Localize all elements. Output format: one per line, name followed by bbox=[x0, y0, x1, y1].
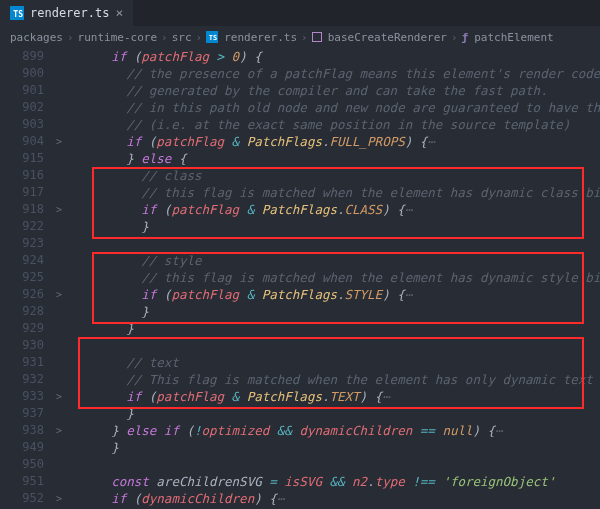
code-line[interactable]: 923 bbox=[4, 235, 600, 252]
breadcrumb-segment[interactable]: runtime-core bbox=[78, 31, 157, 44]
breadcrumb-symbol[interactable]: patchElement bbox=[474, 31, 553, 44]
code-text[interactable]: } else if (!optimized && dynamicChildren… bbox=[66, 422, 600, 439]
code-line[interactable]: 904> if (patchFlag & PatchFlags.FULL_PRO… bbox=[4, 133, 600, 150]
code-line[interactable]: 929 } bbox=[4, 320, 600, 337]
breadcrumb-segment[interactable]: src bbox=[172, 31, 192, 44]
code-line[interactable]: 918> if (patchFlag & PatchFlags.CLASS) {… bbox=[4, 201, 600, 218]
code-text[interactable]: } bbox=[66, 218, 600, 235]
fold-toggle-icon bbox=[52, 167, 66, 184]
close-icon[interactable]: × bbox=[115, 5, 123, 20]
code-line[interactable]: 937 } bbox=[4, 405, 600, 422]
line-number: 952 bbox=[4, 490, 52, 507]
fold-toggle-icon[interactable]: > bbox=[52, 201, 66, 218]
code-text[interactable]: // the presence of a patchFlag means thi… bbox=[66, 65, 600, 82]
code-line[interactable]: 949 } bbox=[4, 439, 600, 456]
code-text[interactable]: if (patchFlag & PatchFlags.TEXT) {⋯ bbox=[66, 388, 600, 405]
typescript-icon: TS bbox=[206, 31, 218, 43]
fold-toggle-icon bbox=[52, 337, 66, 354]
code-line[interactable]: 903 // (i.e. at the exact same position … bbox=[4, 116, 600, 133]
line-number: 899 bbox=[4, 48, 52, 65]
code-line[interactable]: 933> if (patchFlag & PatchFlags.TEXT) {⋯ bbox=[4, 388, 600, 405]
code-text[interactable]: const areChildrenSVG = isSVG && n2.type … bbox=[66, 473, 600, 490]
breadcrumb-symbol[interactable]: baseCreateRenderer bbox=[328, 31, 447, 44]
tab-renderer-ts[interactable]: TS renderer.ts × bbox=[0, 0, 133, 26]
code-line[interactable]: 901 // generated by the compiler and can… bbox=[4, 82, 600, 99]
code-text[interactable]: } else { bbox=[66, 150, 600, 167]
line-number: 918 bbox=[4, 201, 52, 218]
fold-toggle-icon bbox=[52, 439, 66, 456]
fold-toggle-icon bbox=[52, 320, 66, 337]
fold-toggle-icon bbox=[52, 48, 66, 65]
code-line[interactable]: 925 // this flag is matched when the ele… bbox=[4, 269, 600, 286]
breadcrumb-segment[interactable]: packages bbox=[10, 31, 63, 44]
code-text[interactable]: // This flag is matched when the element… bbox=[66, 371, 600, 388]
code-text[interactable]: if (patchFlag > 0) { bbox=[66, 48, 600, 65]
fold-toggle-icon[interactable]: > bbox=[52, 133, 66, 150]
fold-toggle-icon bbox=[52, 354, 66, 371]
code-line[interactable]: 951 const areChildrenSVG = isSVG && n2.t… bbox=[4, 473, 600, 490]
code-text[interactable]: if (patchFlag & PatchFlags.CLASS) {⋯ bbox=[66, 201, 600, 218]
code-text[interactable]: } bbox=[66, 303, 600, 320]
code-line[interactable]: 917 // this flag is matched when the ele… bbox=[4, 184, 600, 201]
code-line[interactable]: 930 bbox=[4, 337, 600, 354]
code-text[interactable] bbox=[66, 235, 600, 252]
fold-toggle-icon bbox=[52, 456, 66, 473]
code-text[interactable]: } bbox=[66, 439, 600, 456]
code-text[interactable] bbox=[66, 456, 600, 473]
code-text[interactable]: // in this path old node and new node ar… bbox=[66, 99, 600, 116]
code-text[interactable]: } bbox=[66, 320, 600, 337]
line-number: 928 bbox=[4, 303, 52, 320]
code-line[interactable]: 902 // in this path old node and new nod… bbox=[4, 99, 600, 116]
code-line[interactable]: 931 // text bbox=[4, 354, 600, 371]
fold-toggle-icon[interactable]: > bbox=[52, 490, 66, 507]
breadcrumb[interactable]: packages› runtime-core› src› TS renderer… bbox=[0, 26, 600, 48]
typescript-icon: TS bbox=[10, 6, 24, 20]
fold-toggle-icon[interactable]: > bbox=[52, 388, 66, 405]
code-text[interactable]: // style bbox=[66, 252, 600, 269]
line-number: 932 bbox=[4, 371, 52, 388]
fold-toggle-icon bbox=[52, 371, 66, 388]
code-line[interactable]: 899 if (patchFlag > 0) { bbox=[4, 48, 600, 65]
code-text[interactable]: // class bbox=[66, 167, 600, 184]
code-text[interactable]: } bbox=[66, 405, 600, 422]
breadcrumb-file[interactable]: renderer.ts bbox=[224, 31, 297, 44]
line-number: 930 bbox=[4, 337, 52, 354]
code-body[interactable]: 899 if (patchFlag > 0) {900 // the prese… bbox=[0, 48, 600, 509]
code-text[interactable]: // text bbox=[66, 354, 600, 371]
code-text[interactable]: // this flag is matched when the element… bbox=[66, 184, 600, 201]
fold-toggle-icon bbox=[52, 218, 66, 235]
code-line[interactable]: 952> if (dynamicChildren) {⋯ bbox=[4, 490, 600, 507]
code-text[interactable]: if (dynamicChildren) {⋯ bbox=[66, 490, 600, 507]
code-text[interactable]: if (patchFlag & PatchFlags.FULL_PROPS) {… bbox=[66, 133, 600, 150]
line-number: 951 bbox=[4, 473, 52, 490]
line-number: 950 bbox=[4, 456, 52, 473]
code-line[interactable]: 928 } bbox=[4, 303, 600, 320]
code-line[interactable]: 915 } else { bbox=[4, 150, 600, 167]
fold-toggle-icon bbox=[52, 235, 66, 252]
line-number: 949 bbox=[4, 439, 52, 456]
fold-toggle-icon bbox=[52, 99, 66, 116]
code-line[interactable]: 922 } bbox=[4, 218, 600, 235]
code-editor[interactable]: 899 if (patchFlag > 0) {900 // the prese… bbox=[0, 48, 600, 509]
line-number: 931 bbox=[4, 354, 52, 371]
code-line[interactable]: 900 // the presence of a patchFlag means… bbox=[4, 65, 600, 82]
fold-toggle-icon bbox=[52, 405, 66, 422]
code-text[interactable]: // generated by the compiler and can tak… bbox=[66, 82, 600, 99]
code-text[interactable]: // (i.e. at the exact same position in t… bbox=[66, 116, 600, 133]
code-line[interactable]: 924 // style bbox=[4, 252, 600, 269]
fold-toggle-icon[interactable]: > bbox=[52, 286, 66, 303]
editor-tabbar: TS renderer.ts × bbox=[0, 0, 600, 26]
code-line[interactable]: 950 bbox=[4, 456, 600, 473]
code-line[interactable]: 932 // This flag is matched when the ele… bbox=[4, 371, 600, 388]
code-text[interactable]: if (patchFlag & PatchFlags.STYLE) {⋯ bbox=[66, 286, 600, 303]
line-number: 938 bbox=[4, 422, 52, 439]
fold-toggle-icon[interactable]: > bbox=[52, 422, 66, 439]
code-text[interactable] bbox=[66, 337, 600, 354]
line-number: 922 bbox=[4, 218, 52, 235]
line-number: 903 bbox=[4, 116, 52, 133]
code-text[interactable]: // this flag is matched when the element… bbox=[66, 269, 600, 286]
code-line[interactable]: 938> } else if (!optimized && dynamicChi… bbox=[4, 422, 600, 439]
symbol-module-icon bbox=[312, 32, 322, 42]
code-line[interactable]: 926> if (patchFlag & PatchFlags.STYLE) {… bbox=[4, 286, 600, 303]
code-line[interactable]: 916 // class bbox=[4, 167, 600, 184]
